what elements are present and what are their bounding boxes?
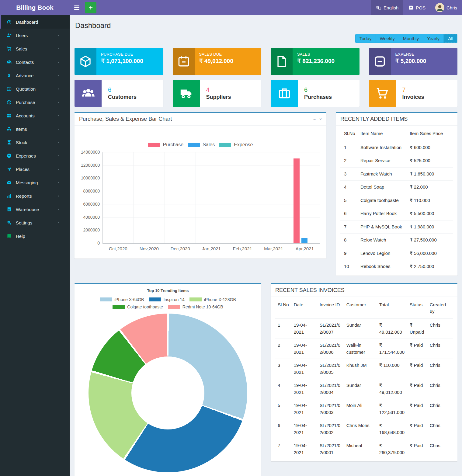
- chevron-left-icon: [55, 141, 62, 144]
- minus-square-icon: [373, 55, 387, 68]
- sidebar-item-dashboard[interactable]: Dashboard: [0, 15, 70, 29]
- table-cell: Micheal: [344, 439, 377, 459]
- stat-card-label: PURCHASE DUE: [101, 52, 159, 57]
- recent-invoices-panel: RECENT SALES INVOICES Sl.NoDateInvoice I…: [271, 283, 457, 462]
- bar-chart: 0200000040000006000000800000010000000120…: [81, 152, 320, 251]
- legend-label: iPhone X-64GB: [114, 297, 144, 302]
- table-cell: Harry Potter Book: [358, 207, 407, 221]
- sidebar-item-reports[interactable]: Reports: [0, 189, 70, 203]
- x-axis-tick-label: Feb,2021: [227, 246, 258, 251]
- sidebar-item-expenses[interactable]: Expenses: [0, 149, 70, 162]
- sidebar-item-purchase[interactable]: Purchase: [0, 96, 70, 109]
- sales-bar: [301, 238, 307, 243]
- table-cell: Chris: [427, 419, 453, 439]
- legend-label: Inspiron 14: [163, 297, 184, 302]
- pos-button[interactable]: POS: [403, 0, 430, 15]
- recent-item-row: 2Repair Service₹ 525.000: [340, 154, 453, 168]
- table-cell: Lenovo Legion: [358, 247, 407, 260]
- legend-item-inspiron-14: Inspiron 14: [149, 297, 184, 302]
- table-cell: ₹ 49,012.000: [377, 319, 407, 339]
- table-cell: Chris: [427, 399, 453, 419]
- close-icon[interactable]: ×: [319, 117, 322, 122]
- sidebar-item-places[interactable]: Places: [0, 162, 70, 176]
- donut-title: Top 10 Trending Items: [79, 288, 257, 293]
- brand-logo[interactable]: Billing Book: [0, 0, 70, 15]
- filter-button-all[interactable]: All: [444, 34, 457, 43]
- y-axis-tick-label: 4000000: [81, 215, 100, 220]
- table-cell: 8: [340, 234, 358, 247]
- sidebar-item-sales[interactable]: Sales: [0, 42, 70, 55]
- table-cell: ₹ 2,750.000: [407, 260, 453, 273]
- table-cell: ₹ Paid: [407, 399, 427, 419]
- table-cell: Chris: [427, 319, 453, 339]
- table-cell: SL/2021/02/0004: [317, 379, 344, 399]
- table-cell: Dettol Soap: [358, 181, 407, 194]
- recent-item-row: 6Harry Potter Book₹ 5,500.000: [340, 207, 453, 221]
- count-card-count: 7: [402, 86, 424, 93]
- truck-icon: [179, 86, 193, 100]
- sidebar: DashboardUsersSalesContacts$AdvanceQuota…: [0, 15, 70, 476]
- count-card-label: Customers: [108, 94, 137, 100]
- sidebar-item-settings[interactable]: Settings: [0, 216, 70, 229]
- sidebar-item-label: Accounts: [16, 113, 35, 118]
- minus-circle-icon: [6, 153, 12, 158]
- table-cell: SL/2021/02/0003: [317, 399, 344, 419]
- legend-swatch: [148, 143, 160, 147]
- sidebar-item-accounts[interactable]: Accounts: [0, 109, 70, 122]
- recent-item-row: 8Relox Watch₹ 27,500.000: [340, 234, 453, 247]
- sidebar-item-help[interactable]: Help: [0, 229, 70, 243]
- table-cell: 7: [275, 439, 291, 459]
- sidebar-item-users[interactable]: Users: [0, 29, 70, 42]
- table-cell: SL/2021/02/0005: [317, 359, 344, 379]
- sidebar-toggle-button[interactable]: [70, 0, 84, 15]
- sidebar-item-label: Users: [16, 33, 28, 38]
- invoice-row: 619-04-2021SL/2021/02/0002Chris Moris₹ 1…: [275, 419, 453, 439]
- legend-swatch: [100, 297, 112, 301]
- sidebar-item-items[interactable]: Items: [0, 122, 70, 136]
- user-menu[interactable]: Chris: [430, 0, 462, 15]
- table-cell: Chris: [427, 379, 453, 399]
- filter-button-today[interactable]: Today: [355, 34, 376, 43]
- table-cell: ₹ 260,379.000: [377, 439, 407, 459]
- table-cell: Rebook Shoes: [358, 260, 407, 273]
- column-header: Total: [377, 297, 407, 319]
- sidebar-item-advance[interactable]: $Advance: [0, 69, 70, 82]
- add-new-button[interactable]: [85, 2, 96, 13]
- sidebar-item-messaging[interactable]: Messaging: [0, 176, 70, 189]
- table-cell: Chris: [427, 359, 453, 379]
- filter-button-yearly[interactable]: Yearly: [423, 34, 444, 43]
- bar-chart-icon: [6, 193, 12, 199]
- table-cell: Khush JM: [344, 359, 377, 379]
- cubes-icon: [6, 126, 12, 132]
- table-cell: ₹ 49,012.000: [377, 379, 407, 399]
- stat-card-value: ₹ 821,236.000: [297, 57, 355, 67]
- chevron-left-icon: [55, 47, 62, 50]
- sidebar-item-quotation[interactable]: Quotation: [0, 82, 70, 96]
- recent-invoices-table: Sl.NoDateInvoice IDCustomerTotalStatusCr…: [275, 297, 453, 459]
- sidebar-item-warehouse[interactable]: Warehouse: [0, 203, 70, 216]
- calendar-minus-icon: [177, 55, 190, 68]
- filter-button-monthly[interactable]: Monthly: [399, 34, 423, 43]
- chevron-left-icon: [55, 221, 62, 224]
- cube-icon: [6, 99, 12, 105]
- table-cell: ₹ 168,648.000: [377, 419, 407, 439]
- language-selector[interactable]: English: [371, 0, 403, 15]
- chart-column-oct-2020: [103, 152, 134, 243]
- table-cell: Relox Watch: [358, 234, 407, 247]
- sidebar-item-contacts[interactable]: Contacts: [0, 55, 70, 69]
- chart-column-dec-2020: [165, 152, 196, 243]
- table-cell: 9: [340, 247, 358, 260]
- table-cell: Chris: [427, 339, 453, 359]
- sidebar-item-stock[interactable]: Stock: [0, 136, 70, 149]
- filter-button-weekly[interactable]: Weekly: [376, 34, 399, 43]
- invoice-row: 219-04-2021SL/2021/02/0006Walk-in custom…: [275, 339, 453, 359]
- grid-icon: [6, 113, 12, 118]
- table-cell: ₹ 122,531.000: [377, 399, 407, 419]
- stat-card-sales-due: SALES DUE₹ 49,012.000: [173, 48, 262, 75]
- count-card-invoices: 7Invoices: [369, 80, 458, 107]
- collapse-icon[interactable]: −: [313, 117, 316, 122]
- stat-card-label: SALES: [297, 52, 355, 57]
- chart-column-mar-2021: [258, 152, 289, 243]
- table-cell: ₹ 56,000.000: [407, 247, 453, 260]
- chevron-left-icon: [55, 114, 62, 117]
